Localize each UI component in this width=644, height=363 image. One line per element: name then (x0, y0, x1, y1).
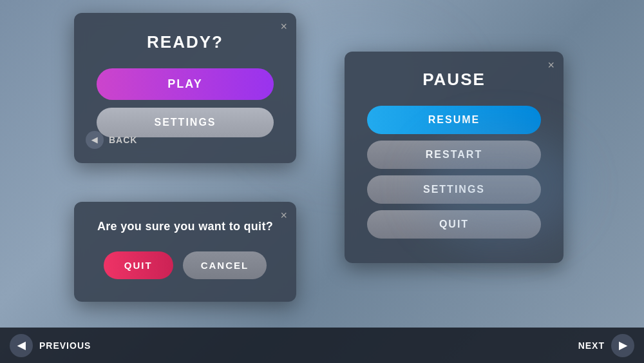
next-icon: ▶ (611, 334, 634, 357)
previous-label: PREVIOUS (39, 340, 91, 351)
previous-button[interactable]: ◀ PREVIOUS (10, 334, 91, 357)
cancel-quit-button[interactable]: CANCEL (183, 251, 267, 279)
pause-close-button[interactable]: × (547, 59, 554, 71)
pause-settings-button[interactable]: SETTINGS (367, 175, 541, 204)
next-button[interactable]: NEXT ▶ (578, 334, 634, 357)
play-button[interactable]: PLAY (97, 68, 274, 100)
quit-buttons-row: QUIT CANCEL (93, 251, 277, 279)
restart-button[interactable]: RESTART (367, 141, 541, 169)
back-icon: ◀ (86, 131, 104, 149)
back-button[interactable]: ◀ BACK (86, 131, 137, 149)
quit-modal-close-button[interactable]: × (280, 210, 287, 221)
previous-icon: ◀ (10, 334, 33, 357)
back-label: BACK (109, 135, 137, 145)
bottom-navigation-bar: ◀ PREVIOUS NEXT ▶ (0, 328, 644, 363)
next-label: NEXT (578, 340, 605, 351)
ready-close-button[interactable]: × (280, 21, 287, 32)
resume-button[interactable]: RESUME (367, 106, 541, 134)
quit-confirm-modal: × Are you sure you want to quit? QUIT CA… (74, 202, 296, 302)
confirm-quit-button[interactable]: QUIT (104, 251, 173, 279)
quit-question-text: Are you sure you want to quit? (93, 220, 277, 233)
ready-title: READY? (97, 32, 274, 52)
ready-modal: × READY? PLAY SETTINGS ◀ BACK (74, 13, 296, 163)
quit-button[interactable]: QUIT (367, 210, 541, 239)
pause-modal: × PAUSE RESUME RESTART SETTINGS QUIT (345, 52, 564, 263)
pause-title: PAUSE (367, 70, 541, 90)
